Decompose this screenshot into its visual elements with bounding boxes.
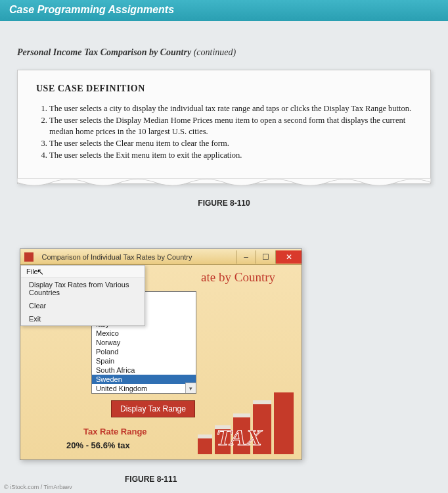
window-title-bar[interactable]: Comparison of Individual Tax Rates by Co… (20, 249, 302, 265)
list-item[interactable]: Mexico (92, 329, 196, 338)
svg-rect-1 (198, 434, 212, 438)
cursor-icon: ↖ (37, 267, 44, 277)
list-item[interactable]: Poland (92, 347, 196, 356)
use-case-item: The user selects the Clear menu item to … (49, 138, 412, 149)
image-credit: © iStock.com / TimArbaev (4, 484, 72, 490)
use-case-heading: USE CASE DEFINITION (36, 83, 412, 94)
svg-rect-8 (274, 392, 294, 454)
list-item-selected[interactable]: Sweden (92, 375, 196, 384)
file-menu-trigger[interactable]: File ↖ (21, 266, 145, 278)
file-menu-dropdown: File ↖ Display Tax Rates from Various Co… (20, 265, 145, 326)
menu-item-exit[interactable]: Exit (21, 312, 145, 325)
page-header-title: Case Programming Assignments (9, 4, 174, 15)
maximize-button[interactable]: ☐ (256, 250, 275, 264)
section-subtitle: Personal Income Tax Comparison by Countr… (17, 47, 431, 58)
use-case-definition-box: USE CASE DEFINITION The user selects a c… (17, 70, 431, 184)
menu-item-display-tax-rates[interactable]: Display Tax Rates from Various Countries (21, 278, 145, 299)
tax-bar-chart-graphic: TAX (194, 391, 299, 457)
svg-text:TAX: TAX (214, 425, 265, 450)
torn-paper-edge (17, 178, 431, 189)
display-tax-range-button[interactable]: Display Tax Range (111, 400, 195, 417)
list-item[interactable]: United Kingdom (92, 384, 196, 393)
menu-item-clear[interactable]: Clear (21, 299, 145, 312)
app-window: Comparison of Individual Tax Rates by Co… (20, 248, 302, 460)
window-title: Comparison of Individual Tax Rates by Co… (37, 253, 236, 261)
svg-rect-5 (233, 413, 250, 417)
figure-label-1: FIGURE 8-110 (17, 199, 431, 208)
figure-label-2: FIGURE 8-111 (125, 475, 431, 484)
list-item[interactable]: South Africa (92, 365, 196, 375)
close-button[interactable]: ✕ (275, 250, 302, 264)
app-icon (24, 252, 34, 262)
use-case-item: The user selects the Display Median Home… (49, 115, 412, 137)
minimize-button[interactable]: – (236, 250, 256, 264)
list-item[interactable]: Spain (92, 356, 196, 365)
page-header: Case Programming Assignments (0, 0, 448, 21)
list-item[interactable]: Norway (92, 338, 196, 347)
use-case-item: The user selects a city to display the i… (49, 103, 412, 114)
use-case-item: The user selects the Exit menu item to e… (49, 150, 412, 161)
use-case-list: The user selects a city to display the i… (49, 103, 412, 160)
svg-rect-7 (253, 400, 271, 404)
svg-rect-0 (198, 437, 212, 454)
